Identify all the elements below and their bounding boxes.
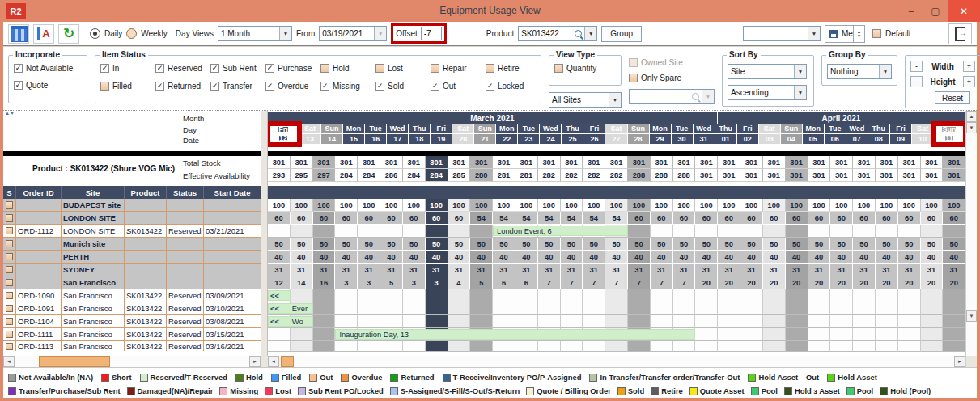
site-table-row[interactable]: LONDON SITE (3, 212, 261, 225)
grid-cell[interactable]: 50 (291, 238, 313, 251)
grid-cell[interactable] (380, 225, 403, 238)
grid-cell[interactable] (808, 328, 831, 341)
width-minus-button[interactable]: - (910, 61, 923, 72)
grid-cell[interactable] (876, 225, 898, 238)
retire-checkbox[interactable] (486, 64, 494, 73)
grid-cell[interactable]: 40 (515, 251, 538, 264)
grid-cell[interactable] (763, 289, 786, 302)
grid-cell[interactable]: 50 (335, 238, 358, 251)
in-checkbox[interactable]: ✓ (100, 64, 109, 73)
grid-cell[interactable]: 31 (718, 264, 740, 276)
order-id-cell[interactable] (16, 238, 62, 250)
grid-cell[interactable]: 100 (268, 199, 291, 212)
grid-cell[interactable]: 31 (515, 264, 538, 276)
grid-cell[interactable]: 40 (898, 251, 921, 264)
grid-cell[interactable]: 100 (830, 199, 853, 212)
group-by-select[interactable]: Nothing ▼ (827, 64, 892, 79)
product-cell[interactable] (125, 251, 167, 263)
grid-cell[interactable]: 60 (763, 212, 786, 225)
grid-cell[interactable] (763, 302, 786, 315)
column-header-s[interactable]: S (3, 186, 16, 199)
site-cell[interactable]: SYDNEY (62, 264, 125, 276)
grid-cell[interactable] (876, 341, 898, 352)
grid-cell[interactable] (605, 289, 628, 302)
grid-cell[interactable]: 31 (808, 264, 831, 276)
day-column-fri-19[interactable]: Fri19 (431, 124, 452, 145)
day-column-mon-22[interactable]: Mon22 (496, 124, 518, 145)
grid-cell[interactable] (763, 341, 786, 352)
filled-checkbox[interactable] (100, 82, 109, 91)
grid-cell[interactable]: 50 (538, 238, 561, 251)
grid-cell[interactable] (628, 289, 651, 302)
group-button[interactable]: Group (601, 26, 642, 42)
site-cell[interactable]: Munich site (62, 238, 125, 250)
site-table-row[interactable]: Munich site (3, 238, 261, 251)
quantity-checkbox[interactable] (554, 64, 563, 73)
day-column-sun-11[interactable]: Sun11 (934, 124, 965, 145)
grid-cell[interactable] (786, 315, 808, 328)
grid-cell[interactable]: 40 (268, 251, 291, 264)
site-cell[interactable]: San Francisco (62, 289, 125, 302)
select-cell[interactable] (3, 238, 16, 250)
site-cell[interactable]: San Francisco (62, 315, 125, 327)
grid-cell[interactable]: 31 (853, 264, 876, 276)
grid-cell[interactable] (943, 315, 965, 328)
table-horizontal-scrollbar[interactable]: ◄ ► (3, 356, 261, 367)
site-grid-row[interactable]: 3131313131313131313131313131313131313131… (268, 264, 965, 276)
grid-cell[interactable]: 60 (335, 212, 358, 225)
event-bar[interactable]: <<Ever (268, 303, 313, 314)
row-checkbox[interactable] (6, 331, 13, 338)
grid-cell[interactable]: 3 (335, 276, 358, 289)
grid-horizontal-scrollbar[interactable]: ◄ ► (268, 356, 965, 367)
status-cell[interactable]: Reserved (167, 341, 204, 351)
grid-cell[interactable] (695, 315, 718, 328)
grid-cell[interactable]: 7 (673, 276, 696, 289)
checkbox-item-reserved[interactable]: ✓Reserved (155, 64, 209, 73)
grid-cell[interactable] (493, 341, 515, 352)
grid-cell[interactable]: 40 (605, 251, 628, 264)
day-views-select[interactable]: 1 Month ▼ (218, 26, 292, 41)
checkbox-item-purchase[interactable]: ✓Purchase (265, 64, 319, 73)
sub-rent-checkbox[interactable]: ✓ (210, 64, 219, 73)
grid-cell[interactable]: 50 (921, 238, 944, 251)
select-cell[interactable] (3, 264, 16, 276)
grid-cell[interactable] (358, 341, 380, 352)
grid-cell[interactable]: 40 (291, 251, 313, 264)
grid-cell[interactable]: 100 (943, 199, 965, 212)
grid-cell[interactable] (515, 341, 538, 352)
grid-cell[interactable]: 31 (921, 264, 944, 276)
site-cell[interactable]: LONDON SITE (62, 212, 125, 224)
grid-cell[interactable]: 100 (808, 199, 831, 212)
grid-cell[interactable]: 6 (493, 276, 515, 289)
grid-cell[interactable] (470, 225, 493, 238)
grid-cell[interactable] (470, 315, 493, 328)
grid-cell[interactable] (921, 302, 944, 315)
grid-cell[interactable] (695, 289, 718, 302)
start-date-cell[interactable]: 03/16/2021 (204, 341, 261, 351)
grid-cell[interactable] (673, 302, 696, 315)
quote-checkbox[interactable]: ✓ (14, 81, 23, 90)
grid-cell[interactable]: 100 (335, 199, 358, 212)
grid-cell[interactable] (763, 328, 786, 341)
preset-select[interactable]: ▼ (743, 26, 821, 41)
grid-cell[interactable]: 100 (291, 199, 313, 212)
order-id-cell[interactable]: ORD-1111 (16, 328, 62, 340)
day-column-fri-09[interactable]: Fri09 (890, 124, 912, 145)
grid-cell[interactable] (853, 289, 876, 302)
grid-cell[interactable] (830, 289, 853, 302)
grid-cell[interactable] (695, 341, 718, 352)
order-id-cell[interactable]: ORD-1104 (16, 315, 62, 327)
product-cell[interactable] (125, 238, 167, 250)
weekly-radio[interactable] (126, 28, 137, 39)
checkbox-item-returned[interactable]: ✓Returned (155, 82, 209, 91)
grid-cell[interactable] (876, 289, 898, 302)
day-column-wed-17[interactable]: Wed17 (387, 124, 409, 145)
checkbox-item-hold[interactable]: Hold (320, 64, 374, 73)
grid-cell[interactable] (898, 328, 921, 341)
grid-cell[interactable]: 50 (740, 238, 763, 251)
grid-cell[interactable]: 60 (628, 212, 651, 225)
missing-checkbox[interactable]: ✓ (320, 82, 329, 91)
grid-cell[interactable] (808, 341, 831, 352)
grid-cell[interactable]: 50 (876, 238, 898, 251)
grid-cell[interactable]: 40 (763, 251, 786, 264)
